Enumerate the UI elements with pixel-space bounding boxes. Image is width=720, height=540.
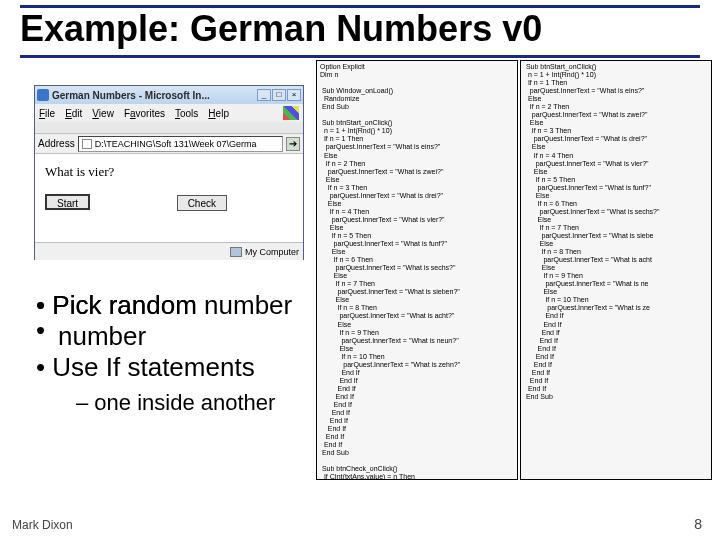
address-value: D:\TEACHING\Soft 131\Week 07\Germa [95, 139, 257, 149]
start-button[interactable]: Start [45, 194, 90, 210]
question-text: What is vier? [45, 164, 293, 180]
title-underline [20, 55, 700, 58]
browser-window: German Numbers - Microsoft In... _ □ × F… [34, 85, 304, 260]
menu-favorites[interactable]: Favorites [124, 108, 165, 119]
bullet-sub-nested: one inside another [76, 390, 275, 416]
windows-logo-icon [283, 106, 299, 120]
code-panel-right: Sub btnStart_onClick() n = 1 + Int(Rnd()… [520, 60, 712, 480]
browser-menubar: File Edit View Favorites Tools Help [35, 104, 303, 122]
bullet-pick: Pick random [36, 290, 275, 321]
maximize-button[interactable]: □ [272, 89, 286, 101]
go-button[interactable]: ➔ [286, 137, 300, 151]
address-bar: Address D:\TEACHING\Soft 131\Week 07\Ger… [35, 134, 303, 154]
minimize-button[interactable]: _ [257, 89, 271, 101]
browser-titlebar[interactable]: German Numbers - Microsoft In... _ □ × [35, 86, 303, 104]
menu-edit[interactable]: Edit [65, 108, 82, 119]
menu-view[interactable]: View [92, 108, 114, 119]
my-computer-icon [230, 247, 242, 257]
close-button[interactable]: × [287, 89, 301, 101]
footer-author: Mark Dixon [12, 518, 73, 532]
menu-help[interactable]: Help [208, 108, 229, 119]
check-button[interactable]: Check [177, 195, 227, 211]
code-panel-left: Option Explicit Dim n Sub Window_onLoad(… [316, 60, 518, 480]
browser-statusbar: My Computer [35, 242, 303, 260]
status-text: My Computer [245, 247, 299, 257]
bullet-use-if: Use If statements [36, 352, 275, 383]
bullet-list-real: Pick random number Use If statements one… [36, 290, 275, 416]
address-label: Address [38, 138, 75, 149]
slide-title: Example: German Numbers v0 [20, 8, 700, 50]
ie-icon [37, 89, 49, 101]
footer-page-number: 8 [694, 516, 702, 532]
address-input[interactable]: D:\TEACHING\Soft 131\Week 07\Germa [78, 136, 283, 152]
menu-tools[interactable]: Tools [175, 108, 198, 119]
browser-toolbar [35, 122, 303, 134]
bullet-pick-l2: number [58, 321, 275, 352]
browser-window-title: German Numbers - Microsoft In... [52, 90, 254, 101]
page-file-icon [82, 139, 92, 149]
menu-file[interactable]: File [39, 108, 55, 119]
browser-page: What is vier? Start Check [35, 154, 303, 242]
